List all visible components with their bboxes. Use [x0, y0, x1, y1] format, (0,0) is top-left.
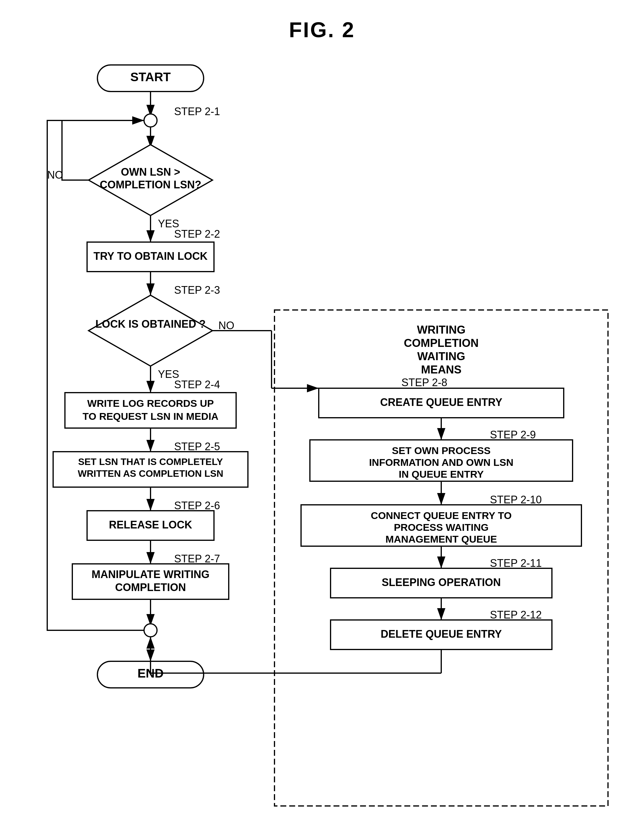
box1-label: TRY TO OBTAIN LOCK — [94, 250, 208, 262]
box2-line1: WRITE LOG RECORDS UP — [87, 398, 214, 409]
box10-label: DELETE QUEUE ENTRY — [381, 628, 502, 640]
step2-11-label: STEP 2-11 — [490, 557, 542, 569]
flowchart: START STEP 2-1 OWN LSN > COMPLETION LSN?… — [24, 47, 629, 821]
box4-label: RELEASE LOCK — [109, 519, 192, 531]
step2-5-label: STEP 2-5 — [174, 440, 220, 453]
box3-line2: WRITTEN AS COMPLETION LSN — [77, 468, 223, 479]
box8-line2: PROCESS WAITING — [394, 522, 489, 533]
step2-6-label: STEP 2-6 — [174, 499, 220, 512]
decision1-line1: OWN LSN > — [121, 166, 180, 178]
step2-1-label: STEP 2-1 — [174, 105, 220, 118]
page: FIG. 2 START STEP 2-1 OWN LSN > CO — [0, 0, 644, 834]
step2-12-label: STEP 2-12 — [490, 609, 542, 621]
figure-title: FIG. 2 — [0, 0, 644, 42]
step2-10-label: STEP 2-10 — [490, 494, 542, 506]
dashed-title-line2: COMPLETION — [404, 337, 478, 349]
dashed-title-line1: WRITING — [417, 323, 466, 336]
dashed-title-line4: MEANS — [421, 364, 461, 376]
svg-marker-9 — [89, 295, 213, 366]
box7-line3: IN QUEUE ENTRY — [399, 469, 484, 480]
dashed-title-line3: WAITING — [417, 350, 465, 362]
step2-8-label: STEP 2-8 — [401, 377, 447, 388]
svg-point-3 — [144, 114, 157, 127]
no1-label: NO — [47, 169, 63, 181]
box7-line2: INFORMATION AND OWN LSN — [369, 457, 513, 468]
box8-line3: MANAGEMENT QUEUE — [386, 533, 497, 545]
step2-4-label: STEP 2-4 — [174, 378, 220, 391]
box8-line1: CONNECT QUEUE ENTRY TO — [371, 510, 512, 521]
box2-line2: TO REQUEST LSN IN MEDIA — [82, 411, 218, 422]
step2-2-label: STEP 2-2 — [174, 228, 220, 240]
box3-line1: SET LSN THAT IS COMPLETELY — [78, 456, 223, 467]
box5-line1: MANIPULATE WRITING — [92, 568, 209, 580]
step2-3-label: STEP 2-3 — [174, 284, 220, 296]
no2-label: NO — [218, 319, 234, 331]
start-label: START — [131, 70, 171, 84]
step2-9-label: STEP 2-9 — [490, 429, 536, 441]
decision2-label: LOCK IS OBTAINED ? — [95, 318, 205, 330]
svg-point-19 — [144, 624, 157, 637]
box9-label: SLEEPING OPERATION — [382, 576, 500, 588]
box5-line2: COMPLETION — [115, 581, 186, 593]
step2-7-label: STEP 2-7 — [174, 553, 220, 565]
box6-label: CREATE QUEUE ENTRY — [380, 396, 502, 408]
decision1-line2: COMPLETION LSN? — [100, 179, 201, 191]
box7-line1: SET OWN PROCESS — [392, 445, 491, 456]
